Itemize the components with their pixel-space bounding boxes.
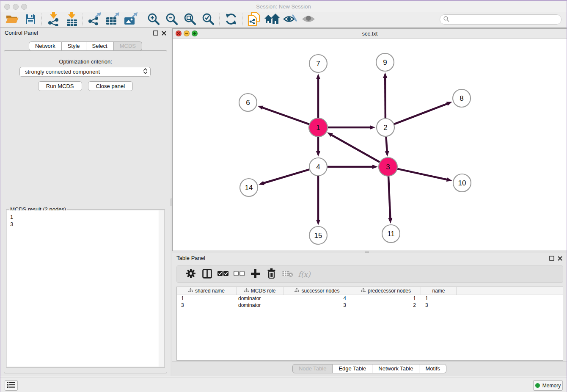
mcds-panel: Optimization criterion: strongly connect… [4, 50, 167, 373]
table-cell[interactable]: 4 [284, 295, 351, 302]
deselect-all-button[interactable] [231, 267, 247, 282]
export-image-button[interactable] [121, 13, 140, 27]
network-canvas[interactable]: 7968124314101511 [173, 39, 567, 251]
main-toolbar [0, 12, 567, 28]
home-button[interactable] [263, 13, 281, 27]
optimization-criterion-select[interactable]: strongly connected component [19, 67, 151, 77]
mcds-result-text[interactable]: 1 3 [7, 210, 158, 367]
show-log-button[interactable] [5, 380, 18, 391]
run-mcds-button[interactable]: Run MCDS [38, 81, 82, 91]
table-cell[interactable]: 3 [177, 302, 237, 309]
graph-edge-arrowhead [259, 181, 264, 185]
zoom-out-button[interactable] [162, 13, 181, 27]
table-row[interactable]: 1dominator411 [177, 295, 563, 302]
save-session-button[interactable] [21, 13, 39, 27]
table-cell[interactable]: dominator [237, 295, 284, 302]
apply-layout-button[interactable] [222, 13, 240, 27]
home-icon [264, 14, 280, 26]
column-header-name[interactable]: name [421, 287, 457, 295]
import-network-button[interactable] [44, 13, 62, 27]
duplicate-network-button[interactable] [245, 13, 263, 27]
column-header-predecessor-nodes[interactable]: predecessor nodes [351, 287, 421, 295]
zoom-selected-button[interactable] [199, 13, 217, 27]
graph-edge-2-3[interactable] [386, 137, 387, 152]
graph-edge-arrowhead [316, 151, 320, 157]
table-cell[interactable]: 1 [351, 295, 421, 302]
close-panel-icon[interactable] [162, 30, 166, 37]
graph-edge-4-14[interactable] [263, 169, 309, 183]
network-graph: 7968124314101511 [173, 39, 567, 251]
table-row[interactable]: 3dominator323 [177, 302, 563, 309]
graph-edge-2-9[interactable] [385, 77, 385, 118]
graph-edge-3-11[interactable] [388, 176, 390, 219]
tab-edge-table[interactable]: Edge Table [333, 364, 372, 373]
graph-edge-3-10[interactable] [397, 169, 447, 180]
table-cell[interactable]: 3 [421, 302, 457, 309]
delete-table-button[interactable] [279, 267, 295, 282]
node-type-icon [188, 288, 193, 294]
column-header-shared-name[interactable]: shared name [177, 287, 237, 295]
search-icon [443, 16, 449, 23]
zoom-in-button[interactable] [144, 13, 162, 27]
splitter-handle[interactable] [365, 251, 369, 253]
graph-node-label-8: 8 [460, 94, 463, 102]
graph-edge-arrowhead [370, 125, 375, 130]
graph-edge-3-1[interactable] [331, 135, 380, 162]
tab-select[interactable]: Select [86, 41, 114, 51]
tab-mcds[interactable]: MCDS [114, 41, 142, 51]
float-panel-icon[interactable] [549, 256, 554, 262]
table-cell[interactable]: 1 [421, 295, 457, 302]
tab-node-table[interactable]: Node Table [292, 364, 333, 373]
table-cell[interactable]: 1 [177, 295, 237, 302]
table-cell[interactable]: 2 [351, 302, 421, 309]
graph-edge-arrowhead [388, 218, 392, 224]
graph-edge-2-8[interactable] [394, 104, 448, 124]
network-window-titlebar: scc.txt [173, 29, 567, 39]
open-session-button[interactable] [3, 13, 21, 27]
graph-edge-1-6[interactable] [262, 108, 309, 124]
export-network-button[interactable] [85, 13, 103, 27]
add-column-button[interactable] [247, 267, 263, 282]
hide-selected-button[interactable] [281, 13, 299, 27]
search-field[interactable] [440, 14, 561, 25]
column-header-successor-nodes[interactable]: successor nodes [284, 287, 351, 295]
zoom-selected-icon [202, 13, 215, 27]
table-panel: Table Panel f(x) shared nameMCDS rolesuc… [172, 253, 567, 376]
close-panel-icon[interactable] [558, 256, 562, 262]
search-input[interactable] [451, 17, 561, 23]
tab-style[interactable]: Style [62, 41, 86, 51]
stepper-icon [143, 68, 148, 76]
function-builder-button[interactable]: f(x) [295, 267, 311, 282]
graph-edge-arrowhead [383, 72, 387, 78]
tab-network[interactable]: Network [29, 41, 62, 51]
column-layout-button[interactable] [199, 267, 215, 282]
graph-edge-arrowhead [316, 74, 320, 79]
column-header-MCDS-role[interactable]: MCDS role [237, 287, 284, 295]
toolbar-separator [242, 14, 242, 26]
delete-column-button[interactable] [263, 267, 279, 282]
import-table-icon [65, 12, 78, 28]
graph-edge-arrowhead [446, 177, 452, 182]
show-all-button[interactable] [299, 13, 317, 27]
table-cell[interactable]: 3 [284, 302, 351, 309]
toolbar-separator [41, 14, 42, 26]
table-settings-button[interactable] [183, 267, 199, 282]
refresh-icon [225, 13, 237, 27]
save-floppy-icon [25, 14, 36, 26]
float-panel-icon[interactable] [153, 30, 158, 37]
export-table-button[interactable] [103, 13, 121, 27]
memory-button[interactable]: Memory [533, 380, 563, 391]
close-panel-button[interactable]: Close panel [88, 81, 133, 91]
mcds-result-scrollbar[interactable] [159, 210, 164, 367]
tab-motifs[interactable]: Motifs [419, 364, 446, 373]
network-view-window: scc.txt 7968124314101511 [172, 28, 567, 251]
select-all-button[interactable] [215, 267, 231, 282]
zoom-in-icon [147, 13, 160, 27]
tab-network-table[interactable]: Network Table [372, 364, 419, 373]
node-table[interactable]: shared nameMCDS rolesuccessor nodesprede… [176, 287, 563, 361]
trash-icon [267, 268, 276, 280]
table-cell[interactable]: dominator [237, 302, 284, 309]
import-table-button[interactable] [62, 13, 80, 27]
zoom-fit-button[interactable] [181, 13, 199, 27]
node-type-icon [361, 288, 366, 294]
